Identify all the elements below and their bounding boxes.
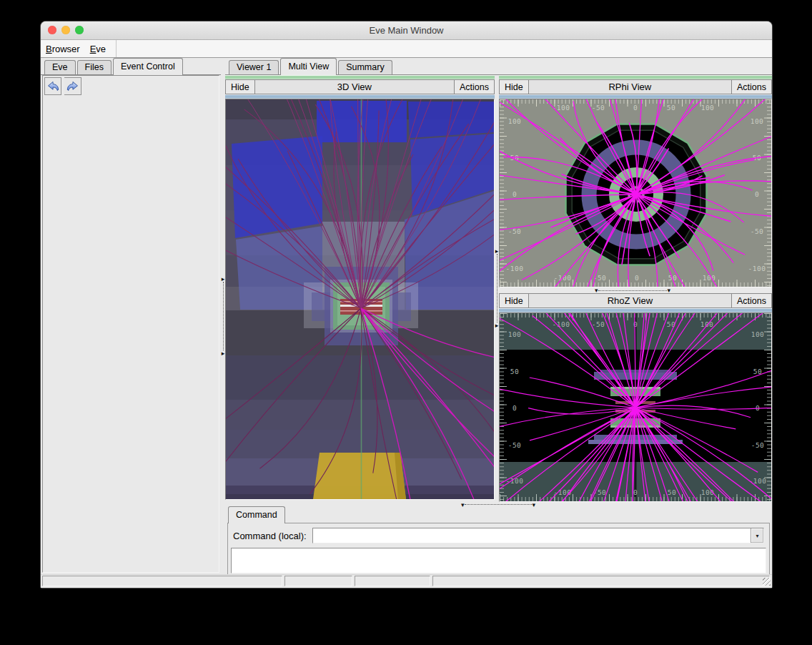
menu-browser[interactable]: Browser: [46, 44, 80, 54]
view-title: RPhi View: [529, 80, 731, 94]
tab-summary[interactable]: Summary: [338, 60, 392, 74]
hide-button[interactable]: Hide: [226, 80, 255, 94]
splitter-dots[interactable]: [465, 504, 533, 505]
menubar-divider: [116, 40, 117, 57]
previous-event-button[interactable]: [44, 77, 61, 95]
svg-text:0: 0: [633, 488, 638, 496]
splitter-arrow-icon[interactable]: ▸: [222, 350, 225, 356]
resize-grip[interactable]: [763, 578, 771, 586]
svg-text:50: 50: [510, 368, 519, 375]
command-prompt-label: Command (local):: [233, 531, 307, 541]
svg-text:50: 50: [668, 488, 676, 496]
command-input[interactable]: [313, 528, 751, 543]
tab-event-control[interactable]: Event Control: [113, 58, 183, 75]
multi-view-area: Hide 3D View Actions: [225, 75, 772, 502]
viewer-tabbar: Viewer 1 Multi View Summary: [225, 58, 772, 75]
svg-text:100: 100: [751, 117, 764, 125]
command-tabbar: Command: [225, 507, 772, 523]
close-button[interactable]: [48, 26, 56, 34]
splitter-dots[interactable]: [598, 290, 668, 291]
svg-text:100: 100: [703, 274, 716, 282]
left-panel: Eve Files Event Control: [41, 58, 221, 574]
screen: Eve Main Window Browser Eve Eve Files Ev…: [0, 0, 812, 645]
tab-eve[interactable]: Eve: [44, 60, 76, 74]
svg-text:-50: -50: [751, 441, 765, 449]
svg-text:100: 100: [508, 117, 522, 125]
minimize-button[interactable]: [61, 26, 70, 34]
gl-viewport-rhoz[interactable]: -100 -50 0 50 100 -100 -50 0 50 100: [499, 312, 772, 502]
view-rphi-header: Hide RPhi View Actions: [499, 79, 772, 94]
dropdown-arrow-icon: ▾: [756, 533, 758, 539]
status-segment: [355, 576, 430, 586]
traffic-lights: [48, 26, 84, 34]
views-command-splitter[interactable]: ▾ ▾: [225, 502, 772, 507]
gl-viewport-3d[interactable]: [225, 99, 495, 500]
svg-text:0: 0: [513, 404, 517, 412]
view-title: RhoZ View: [529, 294, 731, 307]
splitter-arrow-icon[interactable]: ▾: [667, 287, 670, 293]
svg-text:-100: -100: [748, 265, 766, 272]
status-segment: [284, 576, 352, 586]
svg-text:100: 100: [508, 330, 522, 338]
status-segment: [42, 576, 282, 586]
svg-text:-100: -100: [506, 265, 524, 272]
svg-text:0: 0: [513, 190, 517, 198]
event-control-panel: [42, 75, 219, 573]
status-segment: [432, 576, 770, 586]
combo-dropdown-button[interactable]: ▾: [751, 528, 763, 543]
actions-button[interactable]: Actions: [731, 294, 771, 307]
actions-button[interactable]: Actions: [454, 80, 494, 94]
svg-text:0: 0: [635, 274, 639, 282]
actions-button[interactable]: Actions: [731, 80, 771, 94]
svg-text:0: 0: [633, 104, 638, 112]
svg-text:-100: -100: [554, 488, 572, 496]
svg-text:0: 0: [756, 404, 760, 412]
svg-text:-50: -50: [751, 227, 764, 235]
hide-button[interactable]: Hide: [500, 294, 529, 307]
gl-viewport-rphi[interactable]: -100 -50 0 50 100 -100 -50 0 50 100: [499, 99, 772, 287]
view-rhoz-header: Hide RhoZ View Actions: [499, 293, 772, 308]
eve-main-window: Eve Main Window Browser Eve Eve Files Ev…: [41, 21, 772, 588]
splitter-dots[interactable]: [223, 282, 224, 350]
svg-text:0: 0: [755, 190, 759, 198]
tab-files[interactable]: Files: [77, 60, 112, 74]
splitter-arrow-icon[interactable]: ▸: [495, 248, 499, 254]
content-area: Eve Files Event Control: [41, 58, 772, 574]
view-3d: Hide 3D View Actions: [225, 75, 495, 500]
svg-text:0: 0: [633, 320, 638, 328]
tab-multi-view[interactable]: Multi View: [280, 58, 337, 75]
rphi-rhoz-splitter[interactable]: ▾ ▾: [499, 287, 772, 293]
command-panel: Command Command (local): ▾: [225, 507, 772, 574]
command-output-box[interactable]: [231, 548, 766, 573]
right-view-column: Hide RPhi View Actions: [499, 75, 772, 502]
titlebar[interactable]: Eve Main Window: [41, 21, 772, 40]
zoom-button[interactable]: [75, 26, 84, 34]
menubar: Browser Eve: [41, 40, 772, 58]
window-title: Eve Main Window: [369, 25, 443, 36]
svg-text:-100: -100: [749, 477, 767, 485]
command-combobox: ▾: [312, 528, 764, 543]
splitter-arrow-icon[interactable]: ▸: [495, 322, 499, 328]
next-event-button[interactable]: [64, 77, 81, 95]
undo-arrow-icon: [46, 79, 60, 94]
statusbar: [41, 574, 772, 588]
hide-button[interactable]: Hide: [500, 80, 529, 94]
svg-text:100: 100: [700, 320, 714, 328]
svg-text:-50: -50: [592, 320, 605, 328]
view-title: 3D View: [255, 80, 454, 94]
command-frame: Command (local): ▾: [227, 523, 770, 577]
redo-arrow-icon: [66, 79, 79, 94]
splitter-arrow-icon[interactable]: ▸: [222, 276, 225, 282]
tab-command[interactable]: Command: [228, 506, 285, 523]
svg-text:100: 100: [751, 330, 765, 338]
svg-text:-50: -50: [592, 104, 605, 112]
3d-scene-canvas: [226, 99, 494, 499]
menu-eve[interactable]: Eve: [90, 44, 106, 54]
rphi-scene-canvas: -100 -50 0 50 100 -100 -50 0 50 100: [500, 99, 771, 287]
svg-text:100: 100: [701, 104, 715, 112]
splitter-dots[interactable]: [497, 254, 497, 322]
left-tabbar: Eve Files Event Control: [41, 58, 221, 75]
rhoz-scene-canvas: -100 -50 0 50 100 -100 -50 0 50 100: [500, 313, 771, 501]
tab-viewer-1[interactable]: Viewer 1: [229, 60, 279, 74]
splitter-arrow-icon[interactable]: ▾: [532, 502, 535, 508]
